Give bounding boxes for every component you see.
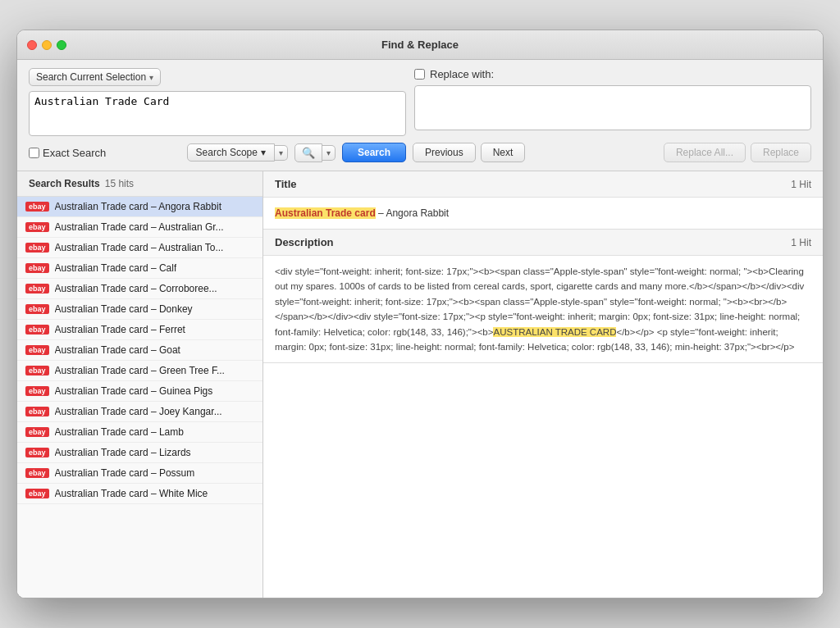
find-replace-window: Find & Replace Search Current Selection …	[16, 30, 824, 598]
toolbar-row1: Search Current Selection ▾ Australian Tr…	[29, 68, 811, 136]
result-text: Australian Trade card – Possum	[55, 467, 195, 479]
search-scope-wrap: Search Scope ▾ ▾	[187, 143, 288, 162]
title-hit-count: 1 Hit	[791, 179, 811, 190]
toolbar-row2-left: Exact Search Search Scope ▾ ▾ 🔍 ▾ Sea	[29, 143, 406, 162]
result-item[interactable]: ebayAustralian Trade card – Ferret	[17, 320, 262, 340]
replace-label: Replace with:	[430, 68, 494, 80]
toolbar-right: Replace with:	[414, 68, 811, 130]
result-text: Australian Trade card – Goat	[55, 344, 180, 356]
replace-button[interactable]: Replace	[751, 143, 811, 162]
result-text: Australian Trade card – White Mice	[55, 488, 208, 499]
replace-input[interactable]	[414, 85, 811, 130]
toolbar: Search Current Selection ▾ Australian Tr…	[17, 60, 823, 171]
search-button[interactable]: Search	[342, 143, 406, 162]
magnifier-wrap: 🔍 ▾	[294, 143, 336, 162]
ebay-badge: ebay	[25, 325, 49, 334]
traffic-lights	[27, 40, 66, 50]
ebay-badge: ebay	[25, 263, 49, 273]
search-input[interactable]: Australian Trade Card	[29, 91, 406, 136]
result-item[interactable]: ebayAustralian Trade card – Lizards	[17, 443, 262, 463]
description-label: Description	[275, 236, 334, 248]
search-scope-label: Search Scope	[196, 147, 258, 158]
result-text: Australian Trade card – Corroboree...	[55, 283, 217, 294]
ebay-badge: ebay	[25, 304, 49, 314]
maximize-button[interactable]	[57, 40, 66, 50]
result-text: Australian Trade card – Guinea Pigs	[55, 385, 213, 397]
ebay-badge: ebay	[25, 489, 49, 498]
results-count: 15 hits	[105, 178, 134, 189]
search-selection-dropdown[interactable]: Search Current Selection ▾	[29, 68, 161, 86]
title-highlight: Australian Trade card	[275, 207, 376, 219]
result-item[interactable]: ebayAustralian Trade card – Lamb	[17, 422, 262, 443]
chevron-down-icon: ▾	[149, 73, 153, 82]
ebay-badge: ebay	[25, 222, 49, 232]
toolbar-row2-right: Previous Next Replace All... Replace	[413, 143, 811, 162]
result-text: Australian Trade card – Australian Gr...	[55, 221, 224, 233]
result-item[interactable]: ebayAustralian Trade card – Australian G…	[17, 217, 262, 238]
ebay-badge: ebay	[25, 243, 49, 253]
result-item[interactable]: ebayAustralian Trade card – Donkey	[17, 299, 262, 320]
result-item[interactable]: ebayAustralian Trade card – Corroboree..…	[17, 279, 262, 299]
ebay-badge: ebay	[25, 427, 49, 437]
search-selection-label: Search Current Selection	[36, 71, 146, 83]
replace-all-button[interactable]: Replace All...	[664, 143, 746, 162]
results-list: ebayAustralian Trade card – Angora Rabbi…	[17, 197, 262, 598]
result-item[interactable]: ebayAustralian Trade card – Joey Kangar.…	[17, 402, 262, 422]
ebay-badge: ebay	[25, 407, 49, 416]
replace-checkbox[interactable]	[414, 69, 425, 80]
ebay-badge: ebay	[25, 202, 49, 212]
minimize-button[interactable]	[42, 40, 52, 50]
result-text: Australian Trade card – Calf	[55, 262, 177, 274]
next-button[interactable]: Next	[481, 143, 526, 162]
search-scope-secondary-chevron[interactable]: ▾	[275, 145, 288, 161]
result-text: Australian Trade card – Green Tree F...	[55, 365, 225, 376]
description-header: Description 1 Hit	[263, 230, 823, 256]
content-area: Search Results 15 hits ebayAustralian Tr…	[17, 171, 823, 598]
result-text: Australian Trade card – Lizards	[55, 447, 191, 458]
result-item[interactable]: ebayAustralian Trade card – White Mice	[17, 484, 262, 504]
search-scope-button[interactable]: Search Scope ▾	[187, 143, 275, 162]
magnifier-button[interactable]: 🔍	[294, 143, 322, 162]
description-section: Description 1 Hit <div style="font-weigh…	[263, 230, 823, 363]
title-label: Title	[275, 178, 297, 190]
result-item[interactable]: ebayAustralian Trade card – Guinea Pigs	[17, 381, 262, 402]
toolbar-row2: Exact Search Search Scope ▾ ▾ 🔍 ▾ Sea	[29, 143, 811, 162]
result-text: Australian Trade card – Ferret	[55, 324, 185, 335]
close-button[interactable]	[27, 40, 37, 50]
search-icon: 🔍	[302, 147, 315, 159]
title-content: Australian Trade card – Angora Rabbit	[263, 198, 823, 229]
ebay-badge: ebay	[25, 284, 49, 294]
result-text: Australian Trade card – Lamb	[55, 426, 184, 438]
previous-button[interactable]: Previous	[413, 143, 476, 162]
ebay-badge: ebay	[25, 448, 49, 457]
result-item[interactable]: ebayAustralian Trade card – Green Tree F…	[17, 361, 262, 381]
titlebar: Find & Replace	[17, 30, 823, 60]
result-item[interactable]: ebayAustralian Trade card – Angora Rabbi…	[17, 197, 262, 217]
ebay-badge: ebay	[25, 386, 49, 396]
magnifier-chevron-icon[interactable]: ▾	[322, 145, 336, 161]
ebay-badge: ebay	[25, 345, 49, 355]
results-panel: Search Results 15 hits ebayAustralian Tr…	[17, 171, 263, 598]
title-section: Title 1 Hit Australian Trade card – Ango…	[263, 171, 823, 230]
search-scope-chevron-icon: ▾	[261, 147, 266, 158]
result-text: Australian Trade card – Joey Kangar...	[55, 406, 222, 417]
exact-search-row: Exact Search	[29, 147, 106, 159]
title-after: – Angora Rabbit	[376, 207, 449, 219]
results-title: Search Results	[29, 178, 100, 189]
window-title: Find & Replace	[381, 39, 459, 51]
ebay-badge: ebay	[25, 468, 49, 478]
result-item[interactable]: ebayAustralian Trade card – Goat	[17, 340, 262, 361]
results-header: Search Results 15 hits	[17, 171, 262, 197]
description-hit-count: 1 Hit	[791, 237, 811, 248]
exact-search-checkbox[interactable]	[29, 148, 39, 158]
description-content: <div style="font-weight: inherit; font-s…	[263, 256, 823, 362]
exact-search-label: Exact Search	[43, 147, 106, 159]
result-item[interactable]: ebayAustralian Trade card – Possum	[17, 463, 262, 484]
replace-label-row: Replace with:	[414, 68, 811, 80]
ebay-badge: ebay	[25, 366, 49, 375]
result-item[interactable]: ebayAustralian Trade card – Calf	[17, 258, 262, 279]
toolbar-left: Search Current Selection ▾ Australian Tr…	[29, 68, 406, 136]
result-item[interactable]: ebayAustralian Trade card – Australian T…	[17, 238, 262, 258]
result-text: Australian Trade card – Donkey	[55, 303, 193, 315]
result-text: Australian Trade card – Angora Rabbit	[55, 201, 221, 212]
